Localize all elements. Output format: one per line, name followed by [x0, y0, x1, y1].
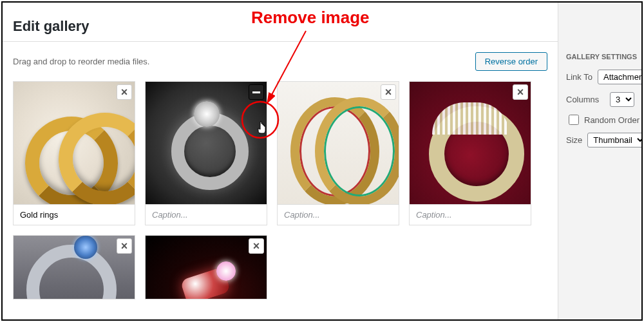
size-label: Size	[566, 135, 582, 145]
header: Edit gallery	[3, 3, 558, 42]
gallery-item[interactable]: ×	[13, 235, 135, 299]
link-to-label: Link To	[566, 72, 592, 82]
remove-image-button[interactable]	[249, 84, 264, 100]
caption-input[interactable]	[278, 205, 399, 225]
caption-input[interactable]	[146, 205, 267, 225]
columns-select[interactable]: 3	[610, 92, 634, 107]
columns-label: Columns	[566, 95, 605, 104]
toolbar: Drag and drop to reorder media files. Re…	[3, 42, 558, 81]
gallery-item[interactable]: ×	[277, 81, 399, 225]
link-to-select[interactable]: Attachment Page	[598, 70, 641, 84]
size-select[interactable]: Thumbnail	[587, 133, 641, 147]
thumbnail[interactable]: ×	[14, 236, 135, 299]
gallery-item[interactable]	[145, 81, 267, 225]
remove-image-button[interactable]: ×	[381, 84, 396, 100]
close-icon: ×	[253, 240, 260, 253]
reorder-hint: Drag and drop to reorder media files.	[13, 57, 149, 66]
gallery-item[interactable]: ×	[409, 81, 531, 225]
caption-input[interactable]	[14, 205, 135, 225]
thumbnail[interactable]: ×	[278, 82, 399, 204]
thumbnail[interactable]: ×	[410, 82, 531, 204]
thumbnail[interactable]	[146, 82, 267, 204]
caption-input[interactable]	[410, 205, 531, 225]
random-order-label: Random Order	[584, 115, 639, 125]
reverse-order-button[interactable]: Reverse order	[475, 52, 547, 71]
remove-image-button[interactable]: ×	[117, 84, 132, 100]
gallery-grid: × × ×	[3, 81, 558, 310]
gallery-item[interactable]: ×	[13, 81, 135, 225]
close-icon: ×	[385, 86, 392, 99]
remove-image-button[interactable]: ×	[513, 84, 528, 100]
close-icon: ×	[121, 240, 128, 253]
sidebar-heading: GALLERY SETTINGS	[566, 53, 641, 61]
settings-sidebar: GALLERY SETTINGS Link To Attachment Page…	[558, 3, 641, 319]
remove-image-button[interactable]: ×	[117, 238, 132, 254]
page-title: Edit gallery	[13, 18, 547, 35]
close-icon: ×	[517, 86, 524, 99]
close-icon: ×	[121, 86, 128, 99]
random-order-checkbox[interactable]	[569, 115, 579, 125]
thumbnail[interactable]: ×	[14, 82, 135, 204]
thumbnail[interactable]: ×	[146, 236, 267, 299]
gallery-item[interactable]: ×	[145, 235, 267, 299]
remove-image-button[interactable]: ×	[249, 238, 264, 254]
